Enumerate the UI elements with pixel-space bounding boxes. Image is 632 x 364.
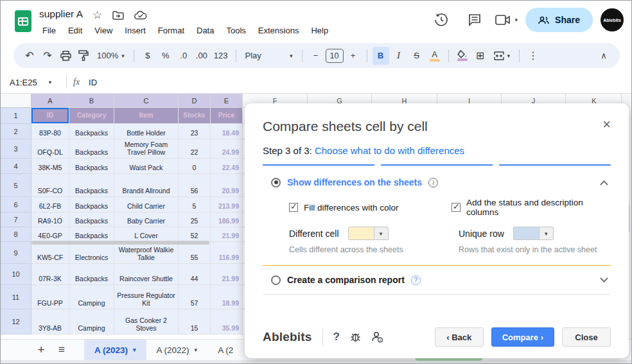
row-header-9[interactable]: 9 [1, 242, 31, 264]
cell-A6[interactable]: 6L2-FB [31, 197, 69, 212]
column-header-B[interactable]: B [69, 94, 114, 108]
cell-A12[interactable]: 3Y8-AB [31, 309, 69, 334]
increase-decimal-button[interactable]: .00 [193, 47, 210, 65]
format-percent-button[interactable]: % [157, 47, 174, 65]
menu-insert[interactable]: Insert [120, 24, 150, 37]
cell-B6[interactable]: Backpacks [69, 197, 114, 212]
cell-E5[interactable]: 20.99 [211, 174, 243, 197]
radio-show-differences[interactable] [271, 178, 281, 187]
comments-icon[interactable] [462, 7, 487, 33]
cell-B3[interactable]: Backpacks [69, 139, 114, 159]
info-icon[interactable]: i [428, 178, 438, 187]
unique-row-color-dropdown[interactable]: ▾ [513, 227, 554, 240]
cell-C1[interactable]: Item [114, 108, 179, 124]
chevron-up-icon[interactable] [600, 180, 608, 188]
add-sheet-button[interactable]: + [31, 343, 51, 357]
cell-A5[interactable]: S0F-CO [31, 174, 69, 197]
sheet-tab-3[interactable]: A (2 [207, 340, 243, 360]
video-call-icon[interactable]: ▾ [495, 7, 518, 33]
cell-B11[interactable]: Camping [69, 285, 114, 309]
menu-tools[interactable]: Tools [222, 24, 250, 37]
collapse-toolbar-button[interactable]: ∧ [595, 47, 612, 65]
column-header-E[interactable]: E [211, 94, 243, 108]
cell-D6[interactable]: 5 [179, 197, 211, 212]
cell-C6[interactable]: Child Carrier [114, 197, 179, 212]
row-header-10[interactable]: 10 [1, 264, 31, 285]
column-header-D[interactable]: D [179, 94, 211, 108]
menu-help[interactable]: Help [306, 24, 333, 37]
text-color-button[interactable]: A [426, 47, 443, 65]
all-sheets-menu-icon[interactable]: ≡ [51, 343, 73, 356]
cell-D12[interactable]: 15 [179, 309, 211, 334]
cell-A10[interactable]: 07R-3K [31, 264, 69, 285]
sheet-tab-active[interactable]: A (2023) ▾ [84, 340, 146, 360]
chevron-down-icon[interactable] [600, 274, 608, 282]
cell-E8[interactable]: 21.99 [211, 227, 243, 242]
cell-B10[interactable]: Backpacks [69, 264, 114, 285]
increase-font-size-button[interactable]: + [345, 47, 362, 65]
decrease-font-size-button[interactable]: − [308, 47, 324, 65]
cell-E9[interactable]: 116.99 [211, 242, 243, 264]
cell-C12[interactable]: Gas Cooker 2 Stoves [114, 309, 179, 334]
cell-E12[interactable]: 35.99 [211, 309, 243, 334]
cell-D2[interactable]: 23 [179, 124, 211, 139]
move-folder-icon[interactable] [112, 11, 124, 20]
cell-D3[interactable]: 22 [179, 139, 211, 159]
cell-C9[interactable]: Waterproof Walkie Talkie [114, 242, 179, 264]
cell-E10[interactable]: 21.99 [211, 264, 243, 285]
cell-B7[interactable]: Backpacks [69, 212, 114, 227]
cell-A7[interactable]: RA9-1O [31, 212, 69, 227]
help-question-icon[interactable]: ? [333, 331, 340, 343]
row-header-4[interactable]: 4 [1, 159, 31, 174]
close-icon[interactable]: × [602, 119, 611, 130]
row-header-11[interactable]: 11 [1, 285, 31, 309]
menu-extensions[interactable]: Extensions [254, 24, 304, 37]
cell-C7[interactable]: Baby Carrier [114, 212, 179, 227]
cell-A3[interactable]: OFQ-DL [31, 139, 69, 159]
cell-A2[interactable]: 83P-80 [31, 124, 69, 139]
cell-B8[interactable]: Backpacks [69, 227, 114, 242]
checkbox-fill-differences-label[interactable]: Fill differences with color [304, 203, 399, 212]
cell-A8[interactable]: 4E0-GP [31, 227, 69, 242]
option-show-differences-label[interactable]: Show differences on the sheets [287, 177, 422, 187]
cell-D11[interactable]: 57 [179, 285, 211, 309]
undo-icon[interactable]: ↶ [21, 47, 38, 65]
select-all-corner[interactable] [1, 94, 31, 108]
row-header-2[interactable]: 2 [1, 124, 31, 139]
version-history-icon[interactable] [428, 7, 454, 33]
cell-D5[interactable]: 56 [179, 174, 211, 197]
different-cell-color-dropdown[interactable]: ▾ [348, 227, 389, 240]
cell-B12[interactable]: Camping [69, 309, 114, 334]
checkbox-add-status-columns[interactable] [452, 203, 461, 212]
column-header-C[interactable]: C [114, 94, 179, 108]
cell-E7[interactable]: 186.99 [211, 212, 243, 227]
more-toolbar-options-button[interactable]: ⋮ [525, 47, 541, 65]
cell-C5[interactable]: Brandit Allround [114, 174, 179, 197]
font-size-input[interactable]: 10 [326, 49, 344, 63]
video-call-caret-icon[interactable]: ▾ [515, 17, 518, 23]
menu-file[interactable]: File [38, 24, 60, 37]
cell-D10[interactable]: 44 [179, 264, 211, 285]
cell-D8[interactable]: 52 [179, 227, 211, 242]
cell-E3[interactable]: 24.99 [211, 139, 243, 159]
cell-E2[interactable]: 18.49 [211, 124, 243, 139]
cloud-status-icon[interactable] [134, 11, 147, 20]
horizontal-scrollbar[interactable] [31, 241, 209, 245]
row-header-5[interactable]: 5 [1, 174, 31, 197]
report-bug-icon[interactable] [350, 332, 361, 342]
back-button[interactable]: ‹ Back [435, 327, 484, 347]
cell-D4[interactable]: 0 [179, 159, 211, 174]
cell-C8[interactable]: L Cover [114, 227, 179, 242]
cell-A4[interactable]: 38K-M5 [31, 159, 69, 174]
account-info-icon[interactable] [371, 331, 383, 343]
cell-A9[interactable]: KW5-CF [31, 242, 69, 264]
cell-E1[interactable]: Price [211, 108, 243, 124]
cell-C10[interactable]: Raincover Shuttle [114, 264, 179, 285]
close-button[interactable]: Close [562, 327, 611, 347]
cell-B4[interactable]: Backpacks [69, 159, 114, 174]
radio-create-report[interactable] [271, 275, 281, 285]
row-header-12[interactable]: 12 [1, 309, 31, 334]
compare-button[interactable]: Compare › [491, 327, 554, 347]
name-box[interactable]: A1:E25 ▾ [1, 78, 60, 87]
checkbox-fill-differences[interactable] [289, 203, 298, 212]
